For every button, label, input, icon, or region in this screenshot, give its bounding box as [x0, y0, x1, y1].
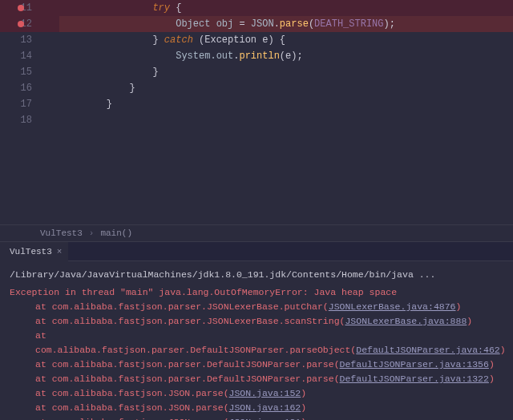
code-editor[interactable]: 11 try {12 Object obj = JSON.parse(DEATH…: [0, 0, 513, 224]
gutter-fill: [35, 0, 59, 16]
tab-label: VulTest3: [10, 247, 52, 256]
gutter-fill: [35, 16, 59, 32]
chevron-right-icon: ›: [89, 228, 95, 238]
stack-frame: at com.alibaba.fastjson.parser.JSONLexer…: [10, 300, 503, 314]
code-content[interactable]: [59, 112, 513, 128]
code-content[interactable]: Object obj = JSON.parse(DEATH_STRING);: [59, 16, 513, 32]
console-command: /Library/Java/JavaVirtualMachines/jdk1.8…: [10, 268, 503, 282]
source-link[interactable]: JSONLexerBase.java:4876: [329, 301, 456, 312]
gutter[interactable]: 12: [0, 16, 35, 32]
gutter[interactable]: 18: [0, 112, 35, 128]
gutter[interactable]: 16: [0, 80, 35, 96]
stack-frame: at com.alibaba.fastjson.parser.DefaultJS…: [10, 357, 503, 372]
code-content[interactable]: } catch (Exception e) {: [59, 32, 513, 48]
gutter-fill: [35, 112, 59, 128]
stack-frame: at com.alibaba.fastjson.parser.DefaultJS…: [10, 372, 503, 386]
breakpoint-icon[interactable]: [18, 5, 24, 11]
gutter[interactable]: 15: [0, 64, 35, 80]
gutter-fill: [35, 96, 59, 112]
panel-tab-row: VulTest3 ×: [0, 242, 513, 261]
code-line[interactable]: 18: [0, 112, 513, 128]
code-line[interactable]: 13 } catch (Exception e) {: [0, 32, 513, 48]
stack-frame: at com.alibaba.fastjson.JSON.parse(JSON.…: [10, 386, 503, 401]
stack-frame: at com.alibaba.fastjson.parser.DefaultJS…: [10, 329, 503, 357]
breadcrumb-method[interactable]: main(): [100, 228, 132, 238]
gutter-fill: [35, 64, 59, 80]
gutter[interactable]: 13: [0, 32, 35, 48]
source-link[interactable]: DefaultJSONParser.java:1356: [340, 359, 489, 370]
code-content[interactable]: }: [59, 96, 513, 112]
breakpoint-icon[interactable]: [18, 21, 24, 27]
gutter[interactable]: 17: [0, 96, 35, 112]
code-line[interactable]: 15 }: [0, 64, 513, 80]
code-content[interactable]: try {: [59, 0, 513, 16]
source-link[interactable]: JSON.java:152: [229, 388, 301, 398]
code-line[interactable]: 16 }: [0, 80, 513, 96]
stack-frame: at com.alibaba.fastjson.JSON.parse(JSON.…: [10, 415, 503, 420]
source-link[interactable]: JSON.java:162: [229, 402, 301, 413]
panel-tab[interactable]: VulTest3 ×: [0, 242, 68, 261]
code-content[interactable]: System.out.println(e);: [59, 48, 513, 64]
source-link[interactable]: DefaultJSONParser.java:462: [356, 345, 499, 355]
close-icon[interactable]: ×: [57, 247, 63, 256]
gutter[interactable]: 14: [0, 48, 35, 64]
stack-frame: at com.alibaba.fastjson.parser.JSONLexer…: [10, 314, 503, 329]
gutter-fill: [35, 32, 59, 48]
code-content[interactable]: }: [59, 80, 513, 96]
code-content[interactable]: }: [59, 64, 513, 80]
source-link[interactable]: JSONLexerBase.java:888: [345, 316, 467, 326]
code-line[interactable]: 12 Object obj = JSON.parse(DEATH_STRING)…: [0, 16, 513, 32]
code-line[interactable]: 17 }: [0, 96, 513, 112]
source-link[interactable]: JSON.java:131: [229, 417, 301, 420]
exception-header: Exception in thread "main" java.lang.Out…: [10, 285, 503, 300]
source-link[interactable]: DefaultJSONParser.java:1322: [340, 374, 489, 384]
gutter-fill: [35, 48, 59, 64]
gutter[interactable]: 11: [0, 0, 35, 16]
gutter-fill: [35, 80, 59, 96]
code-line[interactable]: 14 System.out.println(e);: [0, 48, 513, 64]
run-panel: VulTest3 × /Library/Java/JavaVirtualMach…: [0, 241, 513, 420]
code-line[interactable]: 11 try {: [0, 0, 513, 16]
breadcrumb-class[interactable]: VulTest3: [40, 228, 83, 238]
breadcrumb: VulTest3 › main(): [0, 224, 513, 241]
console-output[interactable]: /Library/Java/JavaVirtualMachines/jdk1.8…: [0, 261, 513, 420]
stack-frame: at com.alibaba.fastjson.JSON.parse(JSON.…: [10, 401, 503, 415]
